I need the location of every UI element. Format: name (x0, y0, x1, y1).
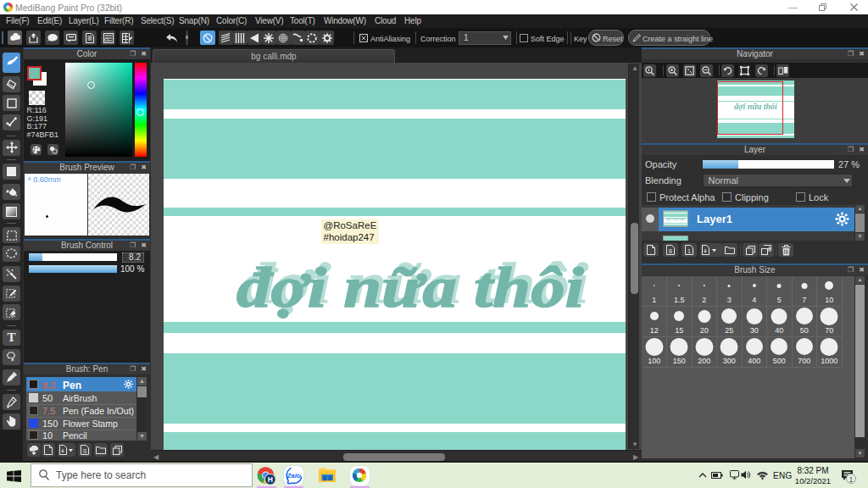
svg-text:H: H (268, 475, 273, 484)
svg-text:S: S (83, 448, 87, 454)
svg-text:Zalo: Zalo (286, 472, 301, 480)
svg-text:1: 1 (687, 248, 691, 254)
svg-text:đợi nữa thôi: đợi nữa thôi (236, 255, 584, 319)
svg-text:8: 8 (669, 248, 672, 254)
